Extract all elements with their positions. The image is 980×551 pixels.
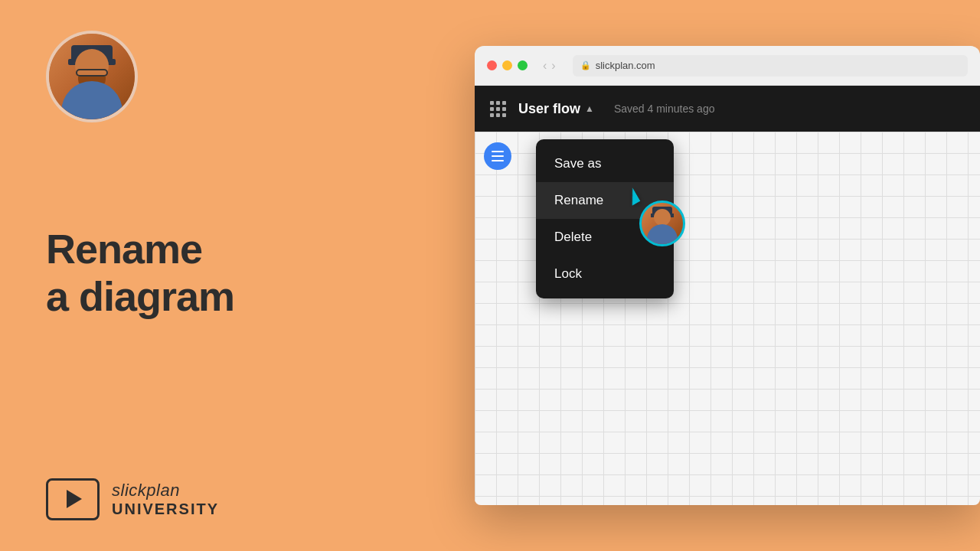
grid-dot: [490, 113, 494, 117]
left-panel: Rename a diagram slickplan UNIVERSITY: [0, 0, 490, 551]
grid-dot: [502, 107, 506, 111]
lock-icon: 🔒: [580, 60, 591, 70]
app-header: User flow ▲ Saved 4 minutes ago: [475, 86, 980, 132]
grid-dot: [496, 113, 500, 117]
grid-dot: [490, 101, 494, 105]
logo-brand: slickplan: [112, 481, 219, 500]
glasses-icon: [76, 69, 108, 77]
logo-section: slickplan UNIVERSITY: [46, 478, 219, 520]
play-icon: [67, 490, 82, 508]
logo-icon: [46, 478, 100, 520]
hamburger-line: [492, 151, 504, 152]
url-text: slickplan.com: [596, 60, 655, 71]
traffic-light-green[interactable]: [518, 60, 528, 70]
person-body: [61, 81, 122, 119]
grid-menu-icon[interactable]: [490, 101, 506, 117]
nav-arrows: ‹ ›: [543, 59, 556, 73]
traffic-light-yellow[interactable]: [502, 60, 512, 70]
avatar: [46, 31, 138, 122]
headline-line1: Rename a diagram: [46, 225, 234, 320]
ca-head: [654, 209, 671, 226]
menu-item-lock[interactable]: Lock: [536, 256, 674, 292]
grid-dot: [496, 101, 500, 105]
traffic-light-red[interactable]: [487, 60, 497, 70]
address-bar[interactable]: 🔒 slickplan.com: [573, 55, 968, 77]
sidebar-toggle-button[interactable]: [484, 142, 511, 170]
ca-body: [647, 224, 678, 244]
canvas-user-avatar: [639, 201, 685, 246]
browser-window: ‹ › 🔒 slickplan.com User flow ▲ Saved 4 …: [475, 46, 980, 505]
traffic-lights: [487, 60, 528, 70]
hamburger-icon: [492, 151, 504, 161]
browser-chrome: ‹ › 🔒 slickplan.com: [475, 46, 980, 86]
hamburger-line: [492, 160, 504, 161]
headline: Rename a diagram: [46, 225, 234, 320]
nav-back-button[interactable]: ‹: [543, 59, 547, 73]
nav-forward-button[interactable]: ›: [551, 59, 555, 73]
hamburger-line: [492, 155, 504, 157]
flow-title[interactable]: User flow ▲: [518, 101, 594, 117]
grid-dot: [502, 101, 506, 105]
saved-text: Saved 4 minutes ago: [614, 103, 715, 115]
canvas-avatar-inner: [642, 203, 683, 244]
grid-dot: [490, 107, 494, 111]
logo-sub: UNIVERSITY: [112, 500, 219, 518]
menu-item-save-as[interactable]: Save as: [536, 145, 674, 182]
avatar-image: [49, 34, 135, 119]
canvas-area[interactable]: Save as Rename Delete Lock: [475, 132, 980, 505]
chevron-up-icon: ▲: [585, 103, 594, 114]
grid-dot: [502, 113, 506, 117]
grid-dot: [496, 107, 500, 111]
logo-text: slickplan UNIVERSITY: [112, 481, 219, 518]
